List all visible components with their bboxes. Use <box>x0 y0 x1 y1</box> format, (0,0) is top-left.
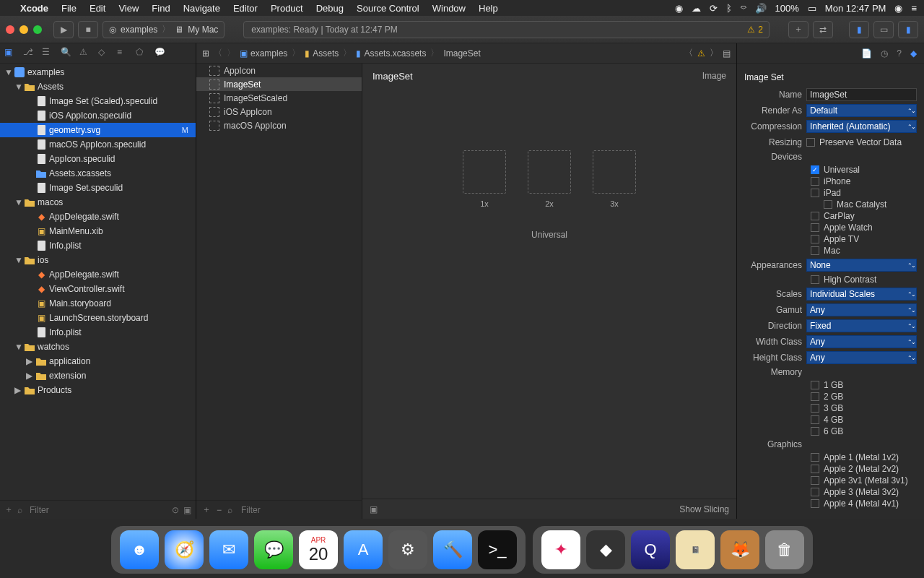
library-button[interactable]: ＋ <box>788 21 808 38</box>
tree-row[interactable]: ▶extension <box>0 368 196 383</box>
graphics-checkbox[interactable] <box>811 499 819 508</box>
menu-edit[interactable]: Edit <box>90 3 105 14</box>
device-checkbox[interactable] <box>811 223 819 232</box>
asset-row[interactable]: ImageSetScaled <box>196 91 362 105</box>
disclosure-icon[interactable]: ▼ <box>14 255 22 265</box>
tree-row[interactable]: ▼Assets <box>0 79 196 94</box>
render-as-select[interactable]: Default <box>806 104 917 117</box>
tree-row[interactable]: ▼ios <box>0 253 196 267</box>
battery-icon[interactable]: ▭ <box>808 3 816 14</box>
dock-appstore[interactable]: A <box>344 530 383 569</box>
next-issue-button[interactable]: 〉 <box>710 47 718 59</box>
device-checkbox[interactable] <box>811 212 819 220</box>
show-slicing-button[interactable]: Show Slicing <box>679 504 729 514</box>
tree-row[interactable]: ◆AppDelegate.swift <box>0 210 196 224</box>
asset-filter-input[interactable] <box>238 504 357 517</box>
add-button[interactable]: ＋ <box>4 504 13 516</box>
dock-calendar[interactable]: APR20 <box>299 530 338 569</box>
gamut-select[interactable]: Any <box>806 303 917 316</box>
tree-row[interactable]: ▶Products <box>0 383 196 397</box>
graphics-checkbox[interactable] <box>811 465 819 473</box>
menu-navigate[interactable]: Navigate <box>183 3 220 14</box>
toggle-debug-area-button[interactable]: ▭ <box>873 21 894 38</box>
tree-row[interactable]: ▼watchos <box>0 340 196 354</box>
menu-file[interactable]: File <box>61 3 77 14</box>
image-well-3x[interactable] <box>593 150 636 194</box>
tree-row[interactable]: Image Set.speculid <box>0 181 196 195</box>
menu-source-control[interactable]: Source Control <box>357 3 419 14</box>
image-well-1x[interactable] <box>463 150 506 194</box>
tree-row[interactable]: Info.plist <box>0 325 196 340</box>
symbol-navigator-tab[interactable]: ☰ <box>42 47 55 60</box>
tree-row[interactable]: ▼examples <box>0 65 196 79</box>
dock-gimp[interactable]: 🦊 <box>720 530 759 569</box>
memory-checkbox[interactable] <box>811 392 819 401</box>
menu-debug[interactable]: Debug <box>316 3 344 14</box>
device-checkbox[interactable] <box>824 200 832 209</box>
tree-row[interactable]: iOS AppIcon.speculid <box>0 108 196 123</box>
adjust-editor-button[interactable]: ▤ <box>723 48 731 59</box>
tree-row[interactable]: geometry.svgM <box>0 123 196 137</box>
test-navigator-tab[interactable]: ◇ <box>98 47 111 60</box>
dock-finder[interactable]: ☻ <box>120 530 159 569</box>
project-navigator-tab[interactable]: ▣ <box>4 47 17 60</box>
warnings-indicator[interactable]: ⚠ 2 <box>747 25 763 35</box>
image-well-2x[interactable] <box>528 150 571 194</box>
dock-terminal[interactable]: >_ <box>478 530 517 569</box>
menu-editor[interactable]: Editor <box>233 3 258 14</box>
forward-button[interactable]: 〉 <box>227 47 235 59</box>
breakpoint-navigator-tab[interactable]: ⬠ <box>136 47 149 60</box>
volume-icon[interactable]: 🔊 <box>755 3 767 14</box>
device-checkbox[interactable]: ✓ <box>811 165 819 174</box>
tree-row[interactable]: Info.plist <box>0 238 196 253</box>
project-tree[interactable]: ▼examples▼AssetsImage Set (Scaled).specu… <box>0 64 196 500</box>
tree-row[interactable]: ▣Main.storyboard <box>0 296 196 311</box>
dock-slack[interactable]: ✦ <box>541 530 580 569</box>
memory-checkbox[interactable] <box>811 404 819 413</box>
graphics-checkbox[interactable] <box>811 453 819 462</box>
menu-window[interactable]: Window <box>432 3 466 14</box>
asset-remove-button[interactable]: − <box>217 505 222 515</box>
crumb-imageset[interactable]: ImageSet <box>443 48 480 59</box>
menu-view[interactable]: View <box>118 3 139 14</box>
source-control-navigator-tab[interactable]: ⎇ <box>23 47 36 60</box>
menu-help[interactable]: Help <box>479 3 498 14</box>
disclosure-icon[interactable]: ▶ <box>26 371 33 381</box>
asset-row[interactable]: iOS AppIcon <box>196 105 362 118</box>
tree-row[interactable]: ◆AppDelegate.swift <box>0 267 196 282</box>
crumb-folder[interactable]: ▮Assets <box>305 48 339 59</box>
minimize-window-button[interactable] <box>19 25 28 34</box>
editor-footer-icon[interactable]: ▣ <box>370 504 378 514</box>
crumb-project[interactable]: ▣examples <box>240 48 287 59</box>
help-inspector-tab[interactable]: ? <box>897 48 902 59</box>
back-button[interactable]: 〈 <box>214 47 222 59</box>
wifi-icon[interactable]: ⌔ <box>741 3 746 14</box>
asset-outline[interactable]: AppIconImageSetImageSetScalediOS AppIcon… <box>196 64 362 519</box>
asset-row[interactable]: ImageSet <box>196 77 362 91</box>
dock-trash[interactable]: 🗑 <box>765 530 804 569</box>
disclosure-icon[interactable]: ▼ <box>14 342 22 352</box>
run-button[interactable]: ▶ <box>53 21 74 38</box>
siri-icon[interactable]: ◉ <box>894 3 902 14</box>
dock-messages[interactable]: 💬 <box>254 530 293 569</box>
attributes-inspector-tab[interactable]: ◆ <box>910 48 917 59</box>
crumb-assets[interactable]: ▮Assets.xcassets <box>356 48 426 59</box>
menu-product[interactable]: Product <box>271 3 303 14</box>
file-inspector-tab[interactable]: 📄 <box>861 48 872 59</box>
width-class-select[interactable]: Any <box>806 335 917 348</box>
asset-row[interactable]: AppIcon <box>196 64 362 77</box>
toggle-navigator-button[interactable]: ▮ <box>849 21 869 38</box>
device-checkbox[interactable] <box>811 189 819 197</box>
jump-bar[interactable]: ⊞ 〈 〉 ▣examples 〉 ▮Assets 〉 ▮Assets.xcas… <box>196 43 736 64</box>
bluetooth-icon[interactable]: ᛒ <box>726 3 732 14</box>
dock-settings[interactable]: ⚙ <box>388 530 427 569</box>
device-checkbox[interactable] <box>811 177 819 186</box>
disclosure-icon[interactable]: ▼ <box>14 197 22 207</box>
tree-row[interactable]: ▶application <box>0 354 196 368</box>
height-class-select[interactable]: Any <box>806 351 917 364</box>
related-items-icon[interactable]: ⊞ <box>202 48 209 59</box>
debug-navigator-tab[interactable]: ≡ <box>117 47 130 60</box>
preserve-vector-checkbox[interactable] <box>806 138 815 147</box>
app-menu[interactable]: Xcode <box>20 3 48 14</box>
report-navigator-tab[interactable]: 💬 <box>154 47 167 60</box>
